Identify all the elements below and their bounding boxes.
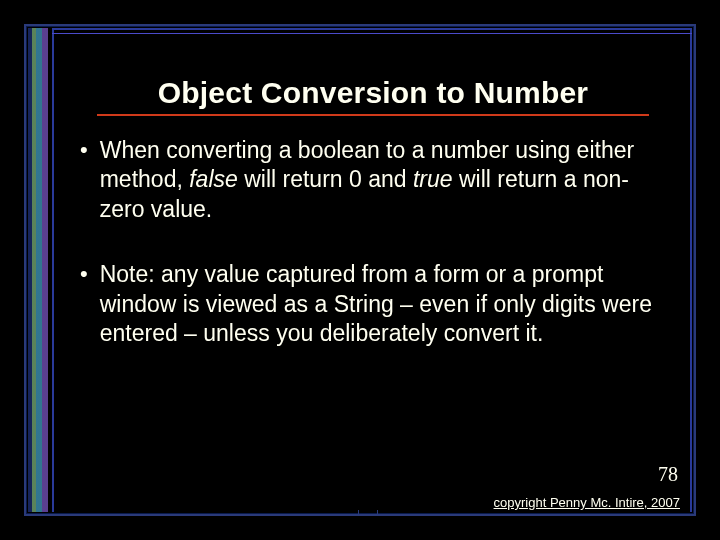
text-segment: Note: any value captured from a form or … bbox=[100, 261, 652, 346]
border-top-accent bbox=[52, 33, 692, 34]
title-block: Object Conversion to Number bbox=[78, 76, 668, 116]
slide: Object Conversion to Number • When conve… bbox=[18, 18, 702, 522]
italic-keyword: false bbox=[189, 166, 238, 192]
page-number: 78 bbox=[658, 463, 678, 486]
slide-title: Object Conversion to Number bbox=[78, 76, 668, 110]
bullet-dot-icon: • bbox=[80, 136, 88, 224]
bullet-item: • Note: any value captured from a form o… bbox=[80, 260, 660, 348]
italic-keyword: true bbox=[413, 166, 453, 192]
copyright-text: copyright Penny Mc. Intire, 2007 bbox=[494, 495, 680, 510]
border-left-stripe bbox=[28, 28, 50, 512]
border-bottom-notch bbox=[358, 510, 378, 516]
title-underline bbox=[97, 114, 649, 116]
bullet-text: When converting a boolean to a number us… bbox=[100, 136, 660, 224]
bullet-text: Note: any value captured from a form or … bbox=[100, 260, 660, 348]
bullet-item: • When converting a boolean to a number … bbox=[80, 136, 660, 224]
text-segment: will return 0 and bbox=[238, 166, 413, 192]
slide-body: • When converting a boolean to a number … bbox=[80, 136, 660, 385]
bullet-dot-icon: • bbox=[80, 260, 88, 348]
